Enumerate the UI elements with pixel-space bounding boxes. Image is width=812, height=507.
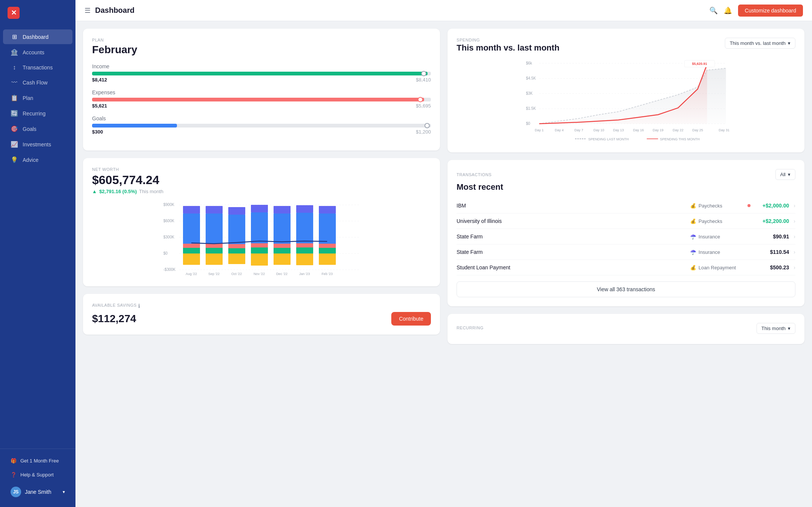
sidebar-item-investments[interactable]: 📈 Investments bbox=[3, 137, 72, 152]
svg-rect-26 bbox=[228, 244, 245, 248]
sidebar-bottom: 🎁 Get 1 Month Free ❓ Help & Support JS J… bbox=[0, 449, 75, 507]
info-icon[interactable]: ℹ bbox=[138, 303, 140, 309]
sidebar-item-goals[interactable]: 🎯 Goals bbox=[3, 121, 72, 136]
sidebar-item-label: Recurring bbox=[23, 111, 46, 117]
spending-card-title: This month vs. last month bbox=[457, 43, 560, 53]
chevron-right-icon: › bbox=[794, 264, 795, 270]
insurance-icon: ☂️ bbox=[690, 249, 696, 255]
net-worth-chart-svg: $900K $600K $300K $0 -$300K bbox=[92, 200, 431, 276]
svg-rect-38 bbox=[274, 244, 291, 248]
menu-icon[interactable]: ☰ bbox=[85, 6, 91, 15]
sidebar-item-label: Goals bbox=[23, 126, 37, 132]
svg-text:Day 13: Day 13 bbox=[613, 128, 624, 132]
svg-text:Dec '22: Dec '22 bbox=[276, 272, 288, 276]
income-bar-bg bbox=[92, 72, 431, 75]
txn-category: 💰 Loan Repayment bbox=[690, 265, 743, 270]
promo-label: Get 1 Month Free bbox=[20, 458, 59, 464]
txn-amount: $500.23 bbox=[755, 264, 789, 270]
svg-text:$0: $0 bbox=[526, 121, 531, 126]
transactions-filter-dropdown[interactable]: All ▾ bbox=[775, 169, 795, 180]
transactions-card-label: TRANSACTIONS bbox=[457, 172, 492, 177]
investments-icon: 📈 bbox=[11, 141, 18, 148]
user-profile-item[interactable]: JS Jane Smith ▾ bbox=[3, 482, 72, 502]
search-icon[interactable]: 🔍 bbox=[709, 6, 718, 15]
svg-rect-44 bbox=[296, 243, 313, 247]
svg-rect-35 bbox=[274, 206, 291, 214]
transaction-row[interactable]: State Farm ☂️ Insurance $110.54 › bbox=[457, 244, 795, 260]
net-worth-card: NET WORTH $605,774.24 ▲ $2,791.16 (0.5%)… bbox=[83, 158, 440, 286]
chevron-down-icon: ▾ bbox=[788, 326, 790, 331]
expenses-target: $5,695 bbox=[416, 103, 431, 109]
user-name: Jane Smith bbox=[25, 489, 59, 495]
recurring-dropdown[interactable]: This month ▾ bbox=[757, 323, 795, 334]
svg-rect-41 bbox=[296, 205, 313, 213]
svg-text:$3K: $3K bbox=[526, 91, 533, 95]
customize-dashboard-button[interactable]: Customize dashboard bbox=[738, 5, 803, 17]
sidebar-item-cashflow[interactable]: 〰 Cash Flow bbox=[3, 75, 72, 90]
transaction-row[interactable]: Student Loan Payment 💰 Loan Repayment $5… bbox=[457, 260, 795, 275]
left-column: PLAN February Income $8,412 $8,410 bbox=[83, 29, 440, 499]
spending-dropdown[interactable]: This month vs. last month ▾ bbox=[725, 38, 795, 49]
svg-rect-42 bbox=[296, 254, 313, 265]
goals-target: $1,200 bbox=[416, 129, 431, 135]
goals-label: Goals bbox=[92, 115, 106, 121]
svg-text:$300K: $300K bbox=[163, 235, 174, 239]
transactions-icon: ↕ bbox=[11, 64, 18, 71]
transaction-row[interactable]: IBM 💰 Paychecks +$2,000.00 › bbox=[457, 198, 795, 214]
view-all-transactions-button[interactable]: View all 363 transactions bbox=[457, 281, 795, 297]
sidebar-item-plan[interactable]: 📋 Plan bbox=[3, 91, 72, 105]
svg-rect-12 bbox=[183, 254, 200, 265]
sidebar-item-dashboard[interactable]: ⊞ Dashboard bbox=[3, 29, 72, 44]
savings-header-row: $112,274 Contribute bbox=[92, 312, 431, 326]
sidebar-item-accounts[interactable]: 🏦 Accounts bbox=[3, 45, 72, 60]
content-grid: PLAN February Income $8,412 $8,410 bbox=[75, 21, 812, 507]
insurance-icon: ☂️ bbox=[690, 234, 696, 240]
svg-rect-17 bbox=[206, 206, 223, 214]
sidebar-item-transactions[interactable]: ↕ Transactions bbox=[3, 60, 72, 75]
txn-name: State Farm bbox=[457, 234, 686, 240]
txn-category: 💰 Paychecks bbox=[690, 203, 743, 209]
accounts-icon: 🏦 bbox=[11, 49, 18, 56]
loan-icon: 💰 bbox=[690, 265, 696, 270]
recurring-card-label: RECURRING bbox=[457, 326, 484, 330]
chevron-right-icon: › bbox=[794, 218, 795, 224]
dashboard-icon: ⊞ bbox=[11, 33, 18, 40]
chevron-down-icon: ▾ bbox=[788, 40, 790, 46]
expenses-budget-row: Expenses $5,621 $5,695 bbox=[92, 89, 431, 109]
topbar-left: ☰ Dashboard bbox=[85, 6, 134, 15]
sidebar-item-recurring[interactable]: 🔄 Recurring bbox=[3, 106, 72, 121]
sidebar-logo[interactable] bbox=[0, 0, 75, 26]
svg-text:SPENDING LAST MONTH: SPENDING LAST MONTH bbox=[588, 137, 629, 141]
svg-text:Day 10: Day 10 bbox=[594, 128, 604, 132]
svg-rect-43 bbox=[296, 247, 313, 254]
svg-text:$600K: $600K bbox=[163, 219, 174, 223]
svg-text:Nov '22: Nov '22 bbox=[254, 272, 265, 276]
sidebar-item-label: Dashboard bbox=[23, 34, 49, 40]
svg-rect-31 bbox=[251, 247, 268, 254]
transaction-row[interactable]: State Farm ☂️ Insurance $90.91 › bbox=[457, 229, 795, 244]
goals-current: $300 bbox=[92, 129, 103, 135]
plan-card: PLAN February Income $8,412 $8,410 bbox=[83, 29, 440, 151]
svg-text:$4.5K: $4.5K bbox=[526, 76, 536, 80]
page-title: Dashboard bbox=[95, 6, 134, 15]
net-worth-card-label: NET WORTH bbox=[92, 167, 431, 172]
income-target: $8,410 bbox=[416, 77, 431, 83]
bell-icon[interactable]: 🔔 bbox=[724, 6, 732, 15]
transactions-header: TRANSACTIONS All ▾ bbox=[457, 169, 795, 180]
net-worth-period: This month bbox=[139, 189, 163, 194]
svg-rect-47 bbox=[319, 206, 336, 214]
plan-card-month: February bbox=[92, 44, 431, 56]
svg-text:Day 25: Day 25 bbox=[692, 128, 703, 132]
sidebar-item-advice[interactable]: 💡 Advice bbox=[3, 152, 72, 167]
expenses-current: $5,621 bbox=[92, 103, 107, 109]
contribute-button[interactable]: Contribute bbox=[391, 312, 431, 326]
help-support-item[interactable]: ❓ Help & Support bbox=[3, 468, 72, 481]
promo-item[interactable]: 🎁 Get 1 Month Free bbox=[3, 454, 72, 467]
svg-text:Sep '22: Sep '22 bbox=[208, 272, 220, 276]
spending-header: SPENDING This month vs. last month This … bbox=[457, 38, 795, 53]
transaction-row[interactable]: University of Illinois 💰 Paychecks +$2,2… bbox=[457, 214, 795, 229]
filter-label: All bbox=[780, 172, 786, 177]
txn-amount: $110.54 bbox=[755, 249, 789, 255]
svg-text:$0: $0 bbox=[163, 251, 168, 255]
expenses-label: Expenses bbox=[92, 89, 115, 95]
